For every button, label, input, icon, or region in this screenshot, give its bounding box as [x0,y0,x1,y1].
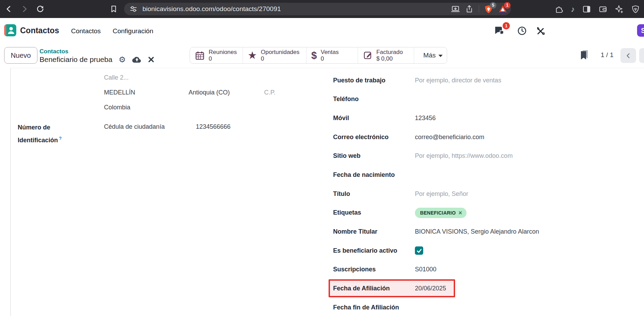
activities-clock-icon[interactable] [517,26,527,36]
id-type-select[interactable]: Cédula de ciudadanía [104,123,165,130]
affiliation-date-highlight: Fecha de Afiliación 20/06/2025 [329,279,455,297]
state-field[interactable]: Antioquia (CO) [189,89,230,96]
browser-toolbar: bionicavisions.odoo.com/odoo/contacts/27… [0,0,644,18]
calendar-icon [195,51,205,61]
affiliation-date-field[interactable]: 20/06/2025 [415,285,446,292]
pill-divider [479,6,479,12]
zip-field[interactable]: C.P. [264,89,276,96]
shield-badge: 5 [490,2,496,9]
url-bar[interactable]: bionicavisions.odoo.com/odoo/contacts/27… [124,3,511,15]
form-right-column: Puesto de trabajo Por ejemplo, director … [329,71,641,316]
job-field[interactable]: Por ejemplo, director de ventas [415,77,501,84]
field-row-tags: Etiquetas BENEFICIARIO × [329,203,641,222]
more-button[interactable]: Más [414,47,447,63]
mobile-field[interactable]: 123456 [415,115,436,122]
sidebar-icon[interactable] [582,5,591,13]
rewards-badge: 1 [504,2,511,9]
wallet-icon[interactable] [599,5,607,13]
sheet-left-border [10,68,11,316]
email-field[interactable]: correo@beneficiario.com [415,134,484,141]
field-row-affiliation-date: Fecha de Afiliación 20/06/2025 [329,279,641,298]
field-row-affiliation-end-date: Fecha fin de Afiliación [329,298,641,316]
field-row-title: Título Por ejemplo, Señor [329,184,641,204]
title-field[interactable]: Por ejemplo, Señor [415,190,468,198]
vpn-shield-icon[interactable] [631,5,640,13]
menu-contactos[interactable]: Contactos [71,27,101,35]
favorite-bookmark-icon[interactable] [580,49,589,60]
tools-icon[interactable] [536,26,545,36]
id-number-label: Número de Identificación? [18,122,62,146]
id-number-field[interactable]: 1234566666 [196,123,230,130]
field-row-birthdate: Fecha de nacimiento [329,165,641,184]
field-row-email: Correo electrónico correo@beneficiario.c… [329,128,641,147]
subscriptions-field[interactable]: S01000 [415,266,436,273]
user-avatar[interactable]: S [637,24,644,37]
country-field[interactable]: Colombia [104,104,130,111]
active-beneficiary-checkbox[interactable] [415,246,423,255]
stat-reuniones[interactable]: Reuniones 0 [190,47,243,63]
breadcrumb-parent[interactable]: Contactos [40,48,68,55]
pager-previous-button[interactable] [620,48,636,63]
holder-name-field[interactable]: BIONICA VISIONS, Sergio Alejandro Alarco… [415,228,539,235]
app-title: Contactos [20,26,59,35]
field-row-subscriptions: Suscripciones S01000 [329,260,641,279]
check-icon [416,248,422,254]
street-field[interactable]: Calle 2... [104,74,129,81]
brave-shield-icon[interactable]: 5 [484,4,493,14]
site-settings-icon[interactable] [129,5,138,13]
field-row-website: Sitio web Por ejemplo, https://www.odoo.… [329,147,641,166]
discard-x-icon[interactable] [148,56,154,63]
field-row-holder-name: Nombre Titular BIONICA VISIONS, Sergio A… [329,222,641,241]
stat-facturado[interactable]: Facturado $ 0,00 [358,47,415,63]
dollar-icon: $ [311,51,317,61]
share-icon[interactable] [465,4,474,13]
city-field[interactable]: MEDELLÍN [104,89,135,96]
stat-oportunidades[interactable]: ★ Oportunidades 0 [243,47,307,63]
leo-ai-icon[interactable] [615,5,624,13]
pager-next-button[interactable] [639,48,644,63]
back-icon[interactable] [5,5,13,13]
help-icon[interactable]: ? [59,136,62,141]
stat-ventas[interactable]: $ Ventas 0 [306,47,358,63]
invoice-icon [363,51,373,60]
website-field[interactable]: Por ejemplo, https://www.odoo.com [415,152,513,160]
url-text[interactable]: bionicavisions.odoo.com/odoo/contacts/27… [142,5,281,13]
gear-icon[interactable]: ⚙ [119,56,126,64]
forward-icon[interactable] [20,5,28,13]
tag-remove-icon[interactable]: × [459,210,462,216]
media-control-icon[interactable]: ♪ [571,5,575,13]
stat-button-group: Reuniones 0 ★ Oportunidades 0 $ Ventas 0 [190,47,447,64]
menu-configuracion[interactable]: Configuración [113,27,153,35]
control-bar: Nuevo Contactos Beneficiario de prueba ⚙ [0,43,644,68]
reload-icon[interactable] [36,5,44,13]
field-row-mobile: Móvil 123456 [329,109,641,128]
cloud-upload-icon[interactable] [132,56,142,63]
sheet-top-border [10,68,644,68]
tag-beneficiario[interactable]: BENEFICIARIO × [415,208,467,218]
odoo-app-bar: Contactos Contactos Configuración 1 Fund… [0,18,644,43]
messages-badge: 1 [503,22,510,29]
extensions-icon[interactable] [555,5,563,13]
field-row-phone: Teléfono [329,90,641,109]
field-row-job: Puesto de trabajo Por ejemplo, director … [329,71,641,90]
field-row-active-beneficiary: Es beneficiario activo [329,241,641,260]
chevron-down-icon [438,55,443,57]
contacts-app-icon[interactable] [4,24,16,36]
bookmark-icon[interactable] [110,5,118,13]
send-to-device-icon[interactable] [451,4,460,13]
star-icon: ★ [248,50,257,61]
pager-count: 1 / 1 [601,51,613,59]
new-button[interactable]: Nuevo [4,47,37,64]
brave-rewards-icon[interactable]: 1 [498,4,507,14]
record-title[interactable]: Beneficiario de prueba [40,55,112,64]
